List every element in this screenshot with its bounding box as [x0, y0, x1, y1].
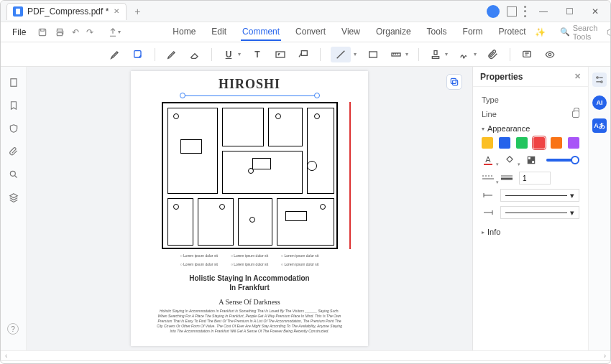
- color-swatch[interactable]: [482, 137, 493, 149]
- right-rail: AI Aあ: [588, 67, 610, 350]
- svg-rect-16: [532, 161, 535, 164]
- note-icon[interactable]: [132, 48, 144, 61]
- end-cap-preview[interactable]: ▾: [500, 206, 579, 219]
- color-swatch[interactable]: [499, 137, 510, 149]
- type-label: Type: [482, 95, 499, 104]
- save-icon[interactable]: [37, 27, 47, 38]
- menu-form[interactable]: Form: [461, 24, 484, 41]
- menu-tools[interactable]: Tools: [426, 24, 449, 41]
- menu-home[interactable]: Home: [171, 24, 197, 41]
- svg-rect-14: [532, 157, 535, 159]
- thickness-input[interactable]: [519, 172, 551, 185]
- hide-comments-icon[interactable]: [543, 48, 556, 61]
- color-swatch[interactable]: [533, 137, 545, 149]
- settings-rail-icon[interactable]: [592, 73, 607, 87]
- color-swatch[interactable]: [516, 137, 528, 149]
- opacity-slider[interactable]: [546, 159, 579, 162]
- info-section[interactable]: Info: [482, 228, 579, 236]
- quick-access-expand-icon[interactable]: ▾: [118, 27, 121, 38]
- scroll-right-icon[interactable]: ›: [604, 352, 606, 360]
- pdf-page: HIROSHI: [131, 71, 368, 346]
- svg-rect-1: [58, 32, 63, 35]
- tab-title: PDF_Compress.pdf *: [27, 6, 109, 17]
- red-annotation-line[interactable]: [349, 102, 351, 249]
- line-handle-start[interactable]: [180, 93, 185, 98]
- maximize-button[interactable]: ☐: [560, 4, 579, 19]
- menu-comment[interactable]: Comment: [241, 24, 281, 41]
- color-swatch[interactable]: [551, 137, 562, 149]
- color-swatch[interactable]: [568, 137, 579, 149]
- underline-icon[interactable]: U: [222, 48, 235, 61]
- print-icon[interactable]: [55, 27, 65, 38]
- menu-organize[interactable]: Organize: [375, 24, 413, 41]
- menu-edit[interactable]: Edit: [210, 24, 228, 41]
- pencil-icon[interactable]: [165, 48, 178, 61]
- security-rail-icon[interactable]: [8, 123, 19, 134]
- signature-icon[interactable]: [458, 48, 471, 61]
- attachment-icon[interactable]: [487, 48, 500, 61]
- share-icon[interactable]: [108, 27, 118, 38]
- comments-panel-icon[interactable]: [520, 48, 533, 61]
- more-menu-icon[interactable]: [524, 6, 527, 17]
- appearance-section[interactable]: Appearance: [482, 124, 579, 133]
- copy-float-button[interactable]: [446, 74, 462, 90]
- scroll-left-icon[interactable]: ‹: [5, 352, 7, 360]
- window-mode-icon[interactable]: [507, 6, 517, 17]
- document-subtitle: Holistic Staying In Accommodation In Fra…: [189, 274, 309, 292]
- thumbnails-icon[interactable]: [8, 77, 19, 88]
- stamp-icon[interactable]: [429, 48, 442, 61]
- minimize-button[interactable]: —: [534, 4, 553, 19]
- file-menu[interactable]: File: [8, 25, 30, 39]
- textbox-icon[interactable]: [274, 48, 287, 61]
- document-canvas[interactable]: HIROSHI: [27, 67, 472, 350]
- close-panel-icon[interactable]: ✕: [574, 72, 581, 81]
- new-tab-button[interactable]: +: [131, 5, 144, 18]
- highlight-icon[interactable]: [109, 48, 121, 61]
- line-annotation[interactable]: [180, 92, 320, 99]
- line-weight-icon[interactable]: [500, 172, 513, 184]
- ai-rail-icon[interactable]: AI: [592, 95, 607, 110]
- bookmarks-icon[interactable]: [8, 100, 19, 111]
- start-cap-preview[interactable]: ▾: [500, 189, 579, 202]
- menu-view[interactable]: View: [340, 24, 362, 41]
- cloud-icon[interactable]: ⬡: [605, 27, 611, 38]
- search-rail-icon[interactable]: [8, 169, 19, 180]
- redo-icon[interactable]: ↷: [86, 27, 93, 38]
- help-button[interactable]: ?: [7, 323, 19, 335]
- ai-icon[interactable]: ✨: [535, 27, 546, 38]
- body-paragraph: Holistic Staying In Accommodation In Fra…: [156, 309, 343, 334]
- properties-title: Properties: [480, 72, 523, 82]
- rectangle-icon[interactable]: [367, 48, 380, 61]
- horizontal-scrollbar[interactable]: ‹ ›: [1, 350, 610, 360]
- document-tab[interactable]: PDF_Compress.pdf * ✕: [6, 3, 127, 20]
- close-tab-icon[interactable]: ✕: [113, 8, 120, 15]
- attachments-rail-icon[interactable]: [8, 146, 19, 157]
- start-cap-icon[interactable]: [482, 190, 495, 201]
- line-tool-icon[interactable]: [331, 47, 351, 62]
- line-handle-end[interactable]: [314, 93, 320, 98]
- properties-panel: Properties ✕ Type Line Appearance A▾ ▾: [472, 67, 610, 350]
- stroke-color-icon[interactable]: A▾: [482, 154, 495, 166]
- svg-point-21: [597, 77, 598, 78]
- callout-icon[interactable]: [297, 48, 310, 61]
- opacity-icon[interactable]: [525, 154, 538, 166]
- close-window-button[interactable]: ✕: [586, 4, 605, 19]
- undo-icon[interactable]: ↶: [72, 27, 79, 38]
- menu-convert[interactable]: Convert: [294, 24, 327, 41]
- user-avatar[interactable]: [487, 5, 500, 18]
- layers-rail-icon[interactable]: [8, 192, 19, 203]
- measure-icon[interactable]: [390, 48, 403, 61]
- type-value: Line: [482, 110, 497, 118]
- lock-icon[interactable]: [572, 111, 579, 118]
- svg-rect-5: [369, 52, 377, 57]
- line-style-icon[interactable]: ▾: [482, 172, 495, 184]
- translate-rail-icon[interactable]: Aあ: [592, 118, 607, 133]
- search-placeholder: Search Tools: [573, 24, 598, 41]
- search-tools[interactable]: 🔍 Search Tools: [560, 24, 598, 41]
- text-icon[interactable]: T: [251, 48, 264, 61]
- fill-color-icon[interactable]: ▾: [503, 154, 516, 166]
- eraser-icon[interactable]: [188, 48, 201, 61]
- end-cap-icon[interactable]: [482, 207, 495, 218]
- svg-point-10: [10, 171, 15, 176]
- menu-protect[interactable]: Protect: [497, 24, 528, 41]
